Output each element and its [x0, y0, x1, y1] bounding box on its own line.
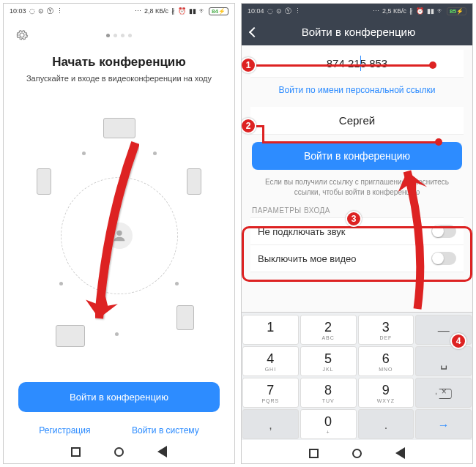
net-speed: 2,5 КБ/с: [382, 7, 406, 15]
device-phone-icon: [176, 305, 194, 330]
signal-icon: ▮▮: [427, 7, 434, 15]
key-7[interactable]: 7PQRS: [242, 378, 299, 408]
key-1[interactable]: 1: [242, 315, 299, 345]
annotation-badge-2: 2: [241, 118, 256, 134]
key-0[interactable]: 0+: [300, 409, 357, 439]
key-2[interactable]: 2ABC: [300, 315, 357, 345]
device-laptop-icon: [103, 118, 135, 138]
nav-recent-icon[interactable]: [71, 447, 81, 457]
nav-back-icon[interactable]: [395, 447, 405, 459]
gear-icon[interactable]: [15, 29, 29, 42]
phone-right: 10:04 ◌ ⊙ Ⓨ ⋮ ⋯ 2,5 КБ/с ∦ ⏰ ▮▮ ᯤ 85⚡ Во…: [241, 3, 473, 464]
back-icon[interactable]: [249, 26, 259, 37]
signal-icon: ▮▮: [189, 7, 196, 15]
alarm-icon: ⏰: [178, 7, 186, 15]
alarm-icon: ⏰: [416, 7, 424, 15]
key-enter[interactable]: →: [415, 409, 472, 439]
bluetooth-icon: ∦: [171, 7, 175, 15]
join-conference-button[interactable]: Войти в конференцию: [18, 382, 220, 412]
whatsapp-icon: ◌: [267, 7, 273, 15]
annotation-badge-4: 4: [450, 333, 466, 349]
annotation-badge-1: 1: [241, 57, 256, 73]
dots-icon: ⋮: [294, 7, 301, 15]
key-9[interactable]: 9WXYZ: [358, 378, 414, 408]
key-dot[interactable]: .: [358, 409, 414, 439]
more-icon: ⋯: [135, 7, 141, 15]
nav-home-icon[interactable]: [114, 447, 124, 457]
dots-icon: ⋮: [56, 7, 63, 15]
key-3[interactable]: 3DEF: [358, 315, 414, 345]
personal-link[interactable]: Войти по имени персональной ссылки: [250, 78, 464, 102]
device-monitor-icon: [187, 168, 201, 195]
annotation-badge-3: 3: [346, 211, 362, 227]
key-backspace[interactable]: [415, 378, 472, 408]
hero-illustration: [26, 96, 212, 375]
nav-home-icon[interactable]: [352, 449, 362, 458]
voice-icon: ⊙: [276, 7, 282, 15]
device-tablet-icon: [37, 168, 51, 195]
page-subtitle: Запускайте и входе в видеоконференции на…: [4, 74, 234, 83]
voice-icon: ⊙: [38, 7, 44, 15]
more-icon: ⋯: [373, 7, 379, 15]
battery-icon: 84⚡: [209, 7, 228, 15]
backspace-icon: [436, 389, 452, 399]
signin-link[interactable]: Войти в систему: [132, 425, 199, 436]
join-button[interactable]: Войти в конференцию: [252, 142, 462, 170]
key-space[interactable]: ␣: [415, 346, 472, 376]
phone-left: 10:03 ◌ ⊙ Ⓨ ⋮ ⋯ 2,8 КБ/с ∦ ⏰ ▮▮ ᯤ 84⚡ На…: [3, 3, 235, 464]
device-laptop2-icon: [56, 325, 85, 347]
avatar-icon: [106, 223, 133, 249]
header-title: Войти в конференцию: [268, 26, 449, 38]
status-time: 10:04: [248, 7, 264, 15]
wifi-icon: ᯤ: [199, 7, 206, 15]
android-navbar: [4, 436, 234, 463]
status-time: 10:03: [10, 7, 26, 15]
status-bar: 10:04 ◌ ⊙ Ⓨ ⋮ ⋯ 2,5 КБ/с ∦ ⏰ ▮▮ ᯤ 85⚡: [242, 4, 472, 18]
page-title: Начать конференцию: [4, 55, 234, 70]
wifi-icon: ᯤ: [437, 7, 444, 15]
key-comma[interactable]: ,: [242, 409, 299, 439]
annotation-box-options: [242, 226, 472, 282]
y-icon: Ⓨ: [285, 7, 291, 16]
status-bar: 10:03 ◌ ⊙ Ⓨ ⋮ ⋯ 2,8 КБ/с ∦ ⏰ ▮▮ ᯤ 84⚡: [4, 4, 234, 18]
key-5[interactable]: 5JKL: [300, 346, 357, 376]
nav-back-icon[interactable]: [157, 446, 167, 457]
y-icon: Ⓨ: [47, 7, 53, 16]
helper-text: Если вы получили ссылку с приглашением, …: [250, 174, 464, 203]
battery-icon: 85⚡: [447, 7, 466, 15]
android-navbar: [242, 440, 472, 463]
signup-link[interactable]: Регистрация: [39, 425, 90, 436]
numeric-keypad: 1 2ABC 3DEF — 4GHI 5JKL 6MNO ␣ 7PQRS 8TU…: [242, 312, 472, 440]
screen-header: Войти в конференцию: [242, 18, 472, 45]
net-speed: 2,8 КБ/с: [144, 7, 168, 15]
bluetooth-icon: ∦: [409, 7, 413, 15]
nav-recent-icon[interactable]: [309, 449, 319, 458]
whatsapp-icon: ◌: [29, 7, 35, 15]
key-8[interactable]: 8TUV: [300, 378, 357, 408]
name-input[interactable]: Сергей: [250, 107, 464, 135]
svg-point-0: [116, 230, 122, 235]
key-6[interactable]: 6MNO: [358, 346, 414, 376]
page-indicator: [106, 34, 132, 37]
key-4[interactable]: 4GHI: [242, 346, 299, 376]
